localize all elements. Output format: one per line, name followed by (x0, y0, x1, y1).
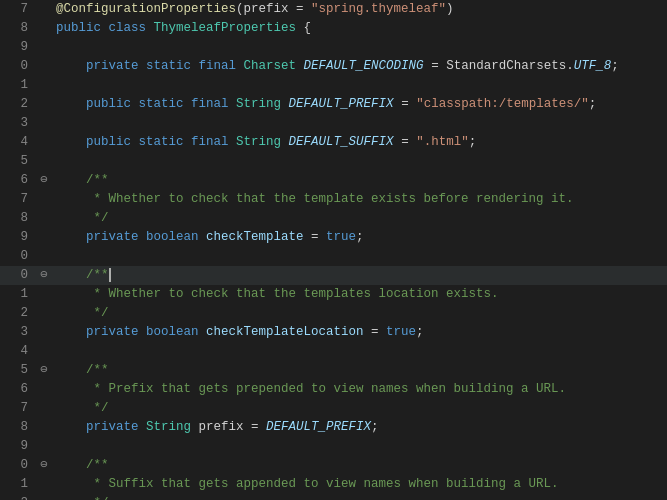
line-content (52, 437, 667, 456)
token: DEFAULT_ENCODING (304, 59, 424, 73)
token: public (56, 21, 109, 35)
fold-gutter (36, 475, 52, 494)
code-line: 1 * Suffix that gets appended to view na… (0, 475, 667, 494)
token: { (296, 21, 311, 35)
line-number: 0 (0, 266, 36, 285)
code-line: 2 public static final String DEFAULT_PRE… (0, 95, 667, 114)
line-content: @ConfigurationProperties(prefix = "sprin… (52, 0, 667, 19)
token: checkTemplateLocation (206, 325, 364, 339)
line-number: 8 (0, 209, 36, 228)
fold-gutter[interactable]: ⊖ (36, 266, 52, 285)
line-number: 8 (0, 19, 36, 38)
token (56, 363, 86, 377)
token: /** (86, 458, 109, 472)
token: final (199, 59, 244, 73)
code-line: 5⊖ /** (0, 361, 667, 380)
token (296, 59, 304, 73)
line-number: 9 (0, 228, 36, 247)
token: * Whether to check that the templates lo… (56, 287, 499, 301)
fold-gutter (36, 95, 52, 114)
code-line: 8 private String prefix = DEFAULT_PREFIX… (0, 418, 667, 437)
line-content: * Whether to check that the templates lo… (52, 285, 667, 304)
line-number: 2 (0, 95, 36, 114)
fold-gutter (36, 494, 52, 500)
token: true (326, 230, 356, 244)
line-content: /** (52, 361, 667, 380)
token: ; (469, 135, 477, 149)
code-line: 9 (0, 437, 667, 456)
line-number: 2 (0, 494, 36, 500)
line-content (52, 76, 667, 95)
line-number: 1 (0, 285, 36, 304)
line-content: /** (52, 171, 667, 190)
token: ) (446, 2, 454, 16)
token (56, 59, 86, 73)
token: static (139, 135, 192, 149)
fold-gutter (36, 0, 52, 19)
fold-gutter (36, 57, 52, 76)
code-line: 9 (0, 38, 667, 57)
fold-gutter (36, 152, 52, 171)
fold-gutter (36, 228, 52, 247)
token: = (304, 230, 327, 244)
line-content (52, 342, 667, 361)
line-content (52, 247, 667, 266)
token: * Suffix that gets appended to view name… (56, 477, 559, 491)
token: ".html" (416, 135, 469, 149)
code-line: 8public class ThymeleafProperties { (0, 19, 667, 38)
token: @ (56, 2, 64, 16)
fold-gutter[interactable]: ⊖ (36, 171, 52, 190)
code-line: 2 */ (0, 304, 667, 323)
token (56, 325, 86, 339)
line-number: 7 (0, 0, 36, 19)
code-line: 4 public static final String DEFAULT_SUF… (0, 133, 667, 152)
token: /** (86, 268, 109, 282)
token: = (394, 135, 417, 149)
code-line: 1 (0, 76, 667, 95)
fold-gutter (36, 342, 52, 361)
token: * Whether to check that the template exi… (56, 192, 574, 206)
token (56, 268, 86, 282)
fold-gutter (36, 418, 52, 437)
line-content: /** (52, 456, 667, 475)
fold-gutter (36, 76, 52, 95)
token: private (86, 420, 146, 434)
token: */ (56, 496, 109, 500)
line-number: 6 (0, 380, 36, 399)
token: DEFAULT_SUFFIX (289, 135, 394, 149)
token: public (86, 97, 139, 111)
fold-gutter[interactable]: ⊖ (36, 361, 52, 380)
line-number: 3 (0, 323, 36, 342)
code-line: 6⊖ /** (0, 171, 667, 190)
line-number: 3 (0, 114, 36, 133)
token: ; (416, 325, 424, 339)
token: private (86, 59, 146, 73)
line-content: */ (52, 494, 667, 500)
fold-gutter (36, 380, 52, 399)
token: String (236, 97, 281, 111)
token: ConfigurationProperties (64, 2, 237, 16)
token: String (146, 420, 191, 434)
token (56, 173, 86, 187)
fold-gutter (36, 247, 52, 266)
line-number: 7 (0, 190, 36, 209)
fold-gutter[interactable]: ⊖ (36, 456, 52, 475)
token: UTF_8 (574, 59, 612, 73)
code-editor: 7@ConfigurationProperties(prefix = "spri… (0, 0, 667, 500)
line-number: 8 (0, 418, 36, 437)
token: ; (356, 230, 364, 244)
code-line: 6 * Prefix that gets prepended to view n… (0, 380, 667, 399)
line-number: 4 (0, 133, 36, 152)
line-number: 1 (0, 475, 36, 494)
token: */ (56, 401, 109, 415)
fold-gutter (36, 323, 52, 342)
token: boolean (146, 230, 206, 244)
fold-gutter (36, 114, 52, 133)
text-cursor (109, 268, 111, 282)
code-line: 9 private boolean checkTemplate = true; (0, 228, 667, 247)
token: ; (589, 97, 597, 111)
code-line: 3 (0, 114, 667, 133)
fold-gutter (36, 19, 52, 38)
token: static (139, 97, 192, 111)
line-content: * Suffix that gets appended to view name… (52, 475, 667, 494)
